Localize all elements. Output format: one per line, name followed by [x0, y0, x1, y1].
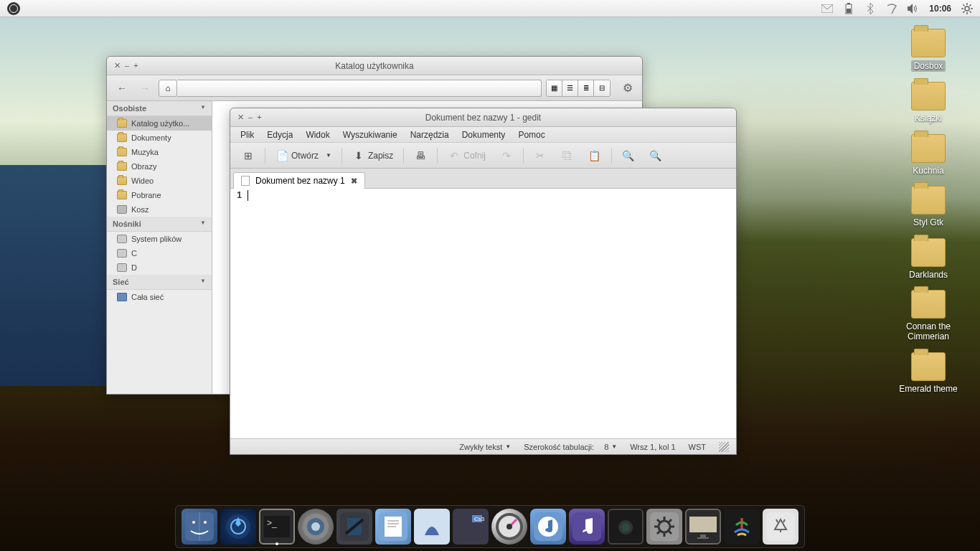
desktop-folder[interactable]: Connan the Cimmerian: [892, 290, 964, 342]
find-replace-button[interactable]: 🔍: [645, 147, 666, 164]
new-icon: ⊞: [242, 149, 255, 162]
dock-itunes[interactable]: [530, 509, 566, 545]
sidebar-item[interactable]: Katalog użytko...: [107, 116, 212, 131]
desktop-folder[interactable]: Książki: [892, 82, 964, 123]
dock-scribus[interactable]: [414, 509, 450, 545]
maximize-button[interactable]: +: [133, 61, 138, 70]
save-button[interactable]: ⬇Zapisz: [348, 147, 397, 164]
desktop-folder[interactable]: Darklands: [892, 238, 964, 280]
gedit-titlebar[interactable]: ✕ – + Dokument bez nazwy 1 - gedit: [230, 108, 736, 127]
dock-music[interactable]: [569, 509, 605, 545]
desktop-folder[interactable]: Kuchnia: [892, 134, 964, 176]
document-icon: [241, 176, 250, 186]
accessibility-icon[interactable]: [886, 3, 897, 14]
back-button[interactable]: ←: [113, 80, 131, 97]
dock-photoshop[interactable]: Cs3: [453, 509, 489, 545]
menu-edycja[interactable]: Edycja: [261, 128, 298, 141]
forward-button[interactable]: →: [136, 80, 154, 97]
activities-button[interactable]: [0, 0, 27, 17]
tab-close-icon[interactable]: ✖: [351, 176, 357, 186]
mail-indicator-icon[interactable]: [821, 3, 833, 14]
sidebar-item[interactable]: D: [107, 260, 212, 275]
dock-monitor[interactable]: [685, 509, 721, 545]
menu-widok[interactable]: Widok: [300, 128, 335, 141]
sidebar-item[interactable]: Pobrane: [107, 188, 212, 202]
volume-indicator-icon[interactable]: [908, 3, 919, 14]
sidebar-item-label: Obrazy: [131, 162, 156, 171]
document-tab[interactable]: Dokument bez nazwy 1 ✖: [233, 172, 365, 189]
icon-view-button[interactable]: ▦: [547, 80, 562, 96]
dock-settings[interactable]: [646, 509, 682, 545]
dock-writer[interactable]: [375, 509, 411, 545]
list-view-button[interactable]: ☰: [562, 80, 578, 96]
tree-view-button[interactable]: ⊟: [594, 80, 610, 96]
dock-finder[interactable]: [182, 509, 217, 545]
maximize-button[interactable]: +: [257, 113, 261, 122]
dropdown-icon: ▼: [326, 152, 331, 159]
minimize-button[interactable]: –: [248, 113, 253, 122]
syntax-mode-selector[interactable]: Zwykły tekst▼: [459, 443, 511, 451]
find-button[interactable]: 🔍: [618, 147, 639, 164]
sidebar-item[interactable]: Kosz: [107, 202, 212, 217]
dock-trash[interactable]: [763, 509, 798, 545]
minimize-button[interactable]: –: [125, 61, 129, 70]
dock-camera[interactable]: [608, 509, 644, 545]
line-number-gutter: 1: [230, 189, 245, 438]
menu-narzędzia[interactable]: Narzędzia: [405, 128, 455, 141]
disk-icon: [117, 263, 127, 272]
copy-button[interactable]: ⿻: [557, 147, 578, 164]
tab-label: Dokument bez nazwy 1: [255, 176, 345, 186]
sidebar-item[interactable]: Obrazy: [107, 159, 212, 174]
paste-button[interactable]: 📋: [584, 147, 606, 164]
insert-mode: WST: [689, 443, 706, 451]
dock-launcher[interactable]: [220, 509, 256, 545]
sidebar-item[interactable]: Dokumenty: [107, 131, 212, 145]
desktop-folder[interactable]: Dosbox: [892, 29, 964, 72]
redo-button[interactable]: ↷: [496, 147, 517, 164]
battery-indicator-icon[interactable]: [843, 3, 854, 14]
new-document-button[interactable]: ⊞: [237, 147, 259, 164]
dock-games[interactable]: [724, 509, 760, 545]
cut-icon: ✂: [534, 149, 547, 162]
menu-dokumenty[interactable]: Dokumenty: [456, 128, 512, 141]
sidebar-item[interactable]: C: [107, 246, 212, 260]
view-mode-switcher: ▦ ☰ ≣ ⊟: [546, 80, 611, 97]
compact-view-button[interactable]: ≣: [578, 80, 594, 96]
dock-browser[interactable]: [298, 509, 334, 545]
undo-button[interactable]: ↶Cofnij: [443, 147, 490, 164]
bluetooth-indicator-icon[interactable]: [864, 3, 876, 14]
fm-titlebar[interactable]: ✕ – + Katalog użytkownika: [107, 57, 642, 75]
dock-notes[interactable]: [336, 509, 372, 545]
svg-rect-38: [766, 512, 795, 541]
desktop-folder[interactable]: Emerald theme: [892, 352, 964, 394]
desktop-folder[interactable]: Styl Gtk: [892, 186, 964, 227]
home-button[interactable]: ⌂: [159, 80, 177, 97]
sidebar-section-header[interactable]: Osobiste▼: [107, 101, 212, 116]
settings-gear-icon[interactable]: [961, 3, 973, 14]
folder-icon: [117, 148, 127, 156]
clock[interactable]: 10:06: [929, 4, 951, 14]
dock-amarok[interactable]: [491, 509, 527, 545]
close-button[interactable]: ✕: [237, 113, 244, 122]
tab-width-selector[interactable]: Szerokość tabulacji: 8▼: [524, 443, 617, 451]
sidebar-section-header[interactable]: Nośniki▼: [107, 217, 212, 232]
sidebar-item[interactable]: Muzyka: [107, 145, 212, 159]
open-button[interactable]: 📄Otwórz▼: [271, 147, 336, 164]
menu-plik[interactable]: Plik: [235, 128, 260, 141]
sidebar-item[interactable]: System plików: [107, 232, 212, 246]
cut-button[interactable]: ✂: [529, 147, 551, 164]
print-button[interactable]: 🖶: [410, 147, 431, 164]
undo-label: Cofnij: [463, 151, 486, 161]
sidebar-section-header[interactable]: Sieć▼: [107, 275, 212, 290]
resize-grip[interactable]: [719, 442, 729, 452]
folder-icon: [911, 82, 946, 110]
text-editor[interactable]: [245, 189, 736, 438]
fm-menu-gear-icon[interactable]: ⚙: [619, 80, 636, 97]
dock-terminal[interactable]: >_: [259, 509, 295, 545]
path-bar[interactable]: [177, 80, 542, 97]
sidebar-item[interactable]: Cała sieć: [107, 290, 212, 304]
sidebar-item[interactable]: Wideo: [107, 174, 212, 188]
close-button[interactable]: ✕: [114, 61, 121, 70]
menu-wyszukiwanie[interactable]: Wyszukiwanie: [337, 128, 403, 141]
menu-pomoc[interactable]: Pomoc: [512, 128, 550, 141]
